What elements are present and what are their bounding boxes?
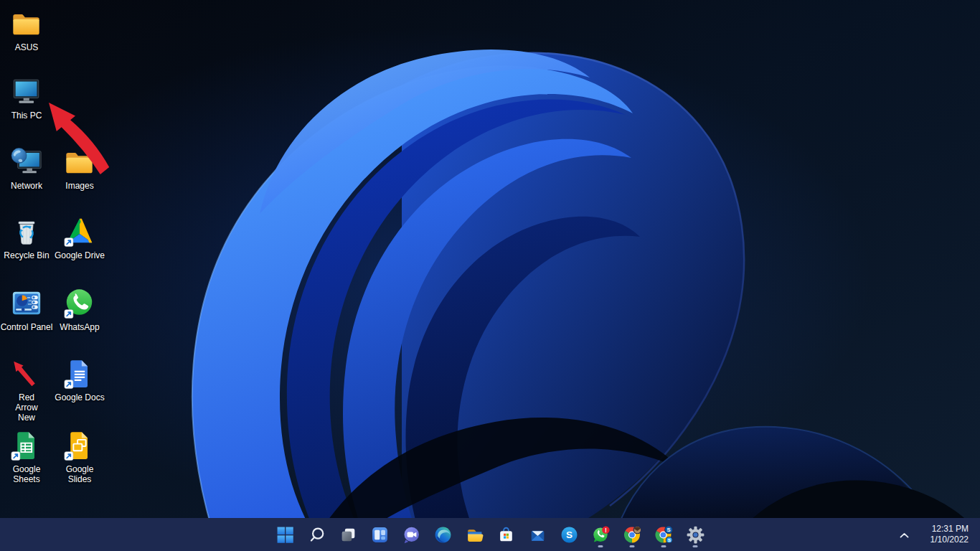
desktop-icon-google-sheets[interactable]: Google Sheets (0, 429, 53, 484)
desktop-icon-google-drive[interactable]: Google Drive (53, 215, 106, 260)
svg-text:S: S (667, 537, 670, 542)
running-indicator (693, 545, 698, 547)
folder-icon (10, 7, 43, 40)
red-arrow-image-icon (10, 357, 43, 390)
desktop-icon-label: Google Slides (53, 464, 106, 484)
system-tray: 12:31 PM 1/10/2022 (894, 518, 980, 551)
running-indicator (630, 545, 635, 547)
svg-text:S: S (565, 529, 572, 540)
shortcut-overlay-icon (11, 452, 20, 461)
shortcut-overlay-icon (65, 452, 73, 461)
desktop-icon-label: Google Sheets (7, 464, 46, 484)
desktop-icon-label: Control Panel (1, 322, 53, 332)
taskbar-button-chrome-profile-2[interactable]: S S (649, 520, 678, 549)
google-drive-icon (63, 215, 96, 248)
wallpaper-bloom (0, 0, 980, 551)
taskbar-button-whatsapp[interactable]: ! (586, 520, 615, 549)
control-panel-icon (10, 287, 43, 320)
whatsapp-taskbar-icon: ! (592, 526, 610, 544)
taskbar-button-edge[interactable] (428, 520, 457, 549)
desktop-icon-label: Network (11, 181, 42, 191)
microsoft-store-icon (497, 526, 515, 544)
google-slides-icon (63, 429, 96, 462)
file-explorer-icon (466, 526, 484, 544)
running-indicator (661, 545, 666, 547)
desktop-icon-asus[interactable]: ASUS (0, 7, 53, 52)
taskbar: S ! (0, 518, 980, 551)
taskbar-button-start[interactable] (270, 520, 299, 549)
chrome-icon (623, 526, 641, 544)
taskbar-button-settings[interactable] (681, 520, 710, 549)
whatsapp-icon (63, 287, 96, 320)
widgets-icon (371, 526, 389, 544)
search-icon (308, 526, 326, 544)
chat-icon (402, 526, 420, 544)
shortcut-overlay-icon (65, 238, 73, 247)
desktop-icon-red-arrow-new[interactable]: Red Arrow New (0, 357, 53, 423)
annotation-red-arrow (42, 95, 113, 177)
desktop-icon-label: WhatsApp (60, 322, 99, 332)
tray-chevron-button[interactable] (894, 522, 915, 547)
desktop-icon-label: Google Docs (55, 392, 104, 402)
taskbar-clock[interactable]: 12:31 PM 1/10/2022 (926, 524, 973, 545)
taskbar-button-search[interactable] (302, 520, 331, 549)
desktop-icon-label: ASUS (15, 42, 39, 52)
chrome-skype-icon: S S (655, 526, 673, 544)
skype-icon: S (560, 526, 578, 544)
this-pc-icon (10, 75, 43, 108)
settings-gear-icon (687, 526, 705, 544)
desktop-surface[interactable]: ASUS This PC Network Ima (0, 0, 980, 551)
edge-icon (434, 526, 452, 544)
desktop-icon-label: This PC (11, 110, 42, 121)
taskbar-button-chrome-profile-1[interactable] (618, 520, 646, 549)
taskbar-button-widgets[interactable] (365, 520, 394, 549)
clock-date: 1/10/2022 (930, 534, 969, 545)
running-indicator (598, 545, 603, 547)
desktop-icon-google-docs[interactable]: Google Docs (53, 357, 106, 402)
svg-text:S: S (666, 527, 670, 533)
network-icon (10, 146, 43, 179)
taskbar-button-microsoft-store[interactable] (491, 520, 520, 549)
shortcut-overlay-icon (65, 380, 73, 389)
desktop-icon-label: Images (65, 181, 93, 191)
google-docs-icon (63, 357, 96, 390)
taskbar-button-chat[interactable] (397, 520, 425, 549)
google-sheets-icon (10, 429, 43, 462)
desktop-icon-label: Google Drive (55, 250, 105, 260)
taskbar-center-group: S ! (269, 518, 711, 551)
start-icon (276, 526, 294, 544)
chevron-up-icon (897, 527, 912, 542)
clock-time: 12:31 PM (930, 524, 969, 534)
taskbar-button-skype[interactable]: S (555, 520, 583, 549)
desktop-icon-whatsapp[interactable]: WhatsApp (53, 287, 106, 332)
recycle-bin-icon (10, 215, 43, 248)
mail-icon (529, 526, 547, 544)
taskbar-button-mail[interactable] (523, 520, 552, 549)
desktop-icon-google-slides[interactable]: Google Slides (53, 429, 106, 484)
task-view-icon (339, 526, 357, 544)
desktop-icon-control-panel[interactable]: Control Panel (0, 287, 53, 332)
desktop-icon-label: Red Arrow New (7, 392, 46, 423)
taskbar-button-task-view[interactable] (334, 520, 362, 549)
desktop-icon-recycle-bin[interactable]: Recycle Bin (0, 215, 53, 260)
desktop-icon-label: Recycle Bin (4, 250, 49, 260)
shortcut-overlay-icon (65, 310, 73, 319)
svg-text:!: ! (604, 526, 606, 533)
taskbar-button-file-explorer[interactable] (460, 520, 489, 549)
